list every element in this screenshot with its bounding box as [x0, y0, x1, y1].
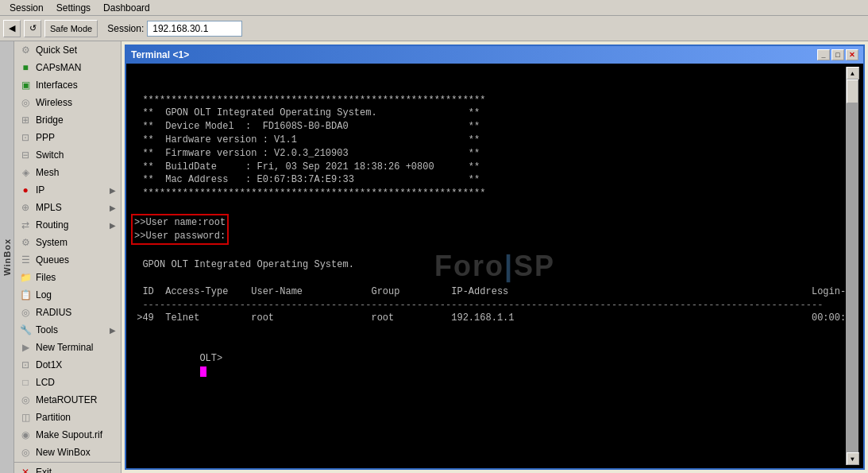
sidebar-item-partition[interactable]: ◫ Partition: [14, 409, 121, 426]
terminal-close-button[interactable]: ✕: [846, 49, 858, 60]
files-icon: 📁: [19, 271, 32, 284]
terminal-line-username: >>User name:root: [134, 216, 226, 230]
terminal-line-blank2: [131, 245, 846, 258]
sidebar-item-lcd[interactable]: □ LCD: [14, 374, 121, 391]
sidebar-label-new-winbox: New WinBox: [36, 447, 91, 458]
queues-icon: ☰: [19, 254, 32, 266]
sidebar-item-make-supout[interactable]: ◉ Make Supout.rif: [14, 426, 121, 444]
sidebar-item-files[interactable]: 📁 Files: [14, 269, 121, 286]
terminal-line-separator: ----------------------------------------…: [131, 299, 846, 312]
sidebar-item-routing[interactable]: ⇄ Routing ▶: [14, 216, 121, 234]
terminal-line-mac: ** Mac Address : E0:67:B3:7A:E9:33 **: [131, 173, 846, 187]
sidebar-item-new-terminal[interactable]: ▶ New Terminal: [14, 339, 121, 356]
sidebar-item-dot1x[interactable]: ⊡ Dot1X: [14, 356, 121, 374]
terminal-title-bar: Terminal <1> _ □ ✕: [126, 46, 863, 64]
sidebar-item-switch[interactable]: ⊟ Switch: [14, 146, 121, 164]
lcd-icon: □: [19, 376, 32, 389]
sidebar-label-queues: Queues: [36, 254, 69, 266]
terminal-line-header: ID Access-Type User-Name Group IP-Addres…: [131, 285, 846, 299]
session-label: Session:: [107, 23, 144, 34]
ip-arrow: ▶: [110, 186, 116, 195]
routing-arrow: ▶: [110, 221, 116, 230]
toolbar: ◀ ↺ Safe Mode Session: 192.168.30.1: [0, 16, 868, 41]
menu-settings[interactable]: Settings: [50, 1, 97, 15]
sidebar-item-interfaces[interactable]: ▣ Interfaces: [14, 76, 121, 94]
sidebar-item-metarouter[interactable]: ◎ MetaROUTER: [14, 391, 121, 409]
sidebar-item-ip[interactable]: ● IP ▶: [14, 181, 121, 199]
terminal-line-2: [131, 80, 846, 94]
sidebar-label-mesh: Mesh: [36, 167, 59, 178]
scrollbar-up-button[interactable]: ▲: [847, 67, 859, 79]
make-supout-icon: ◉: [19, 428, 32, 441]
menu-session[interactable]: Session: [3, 1, 50, 15]
dot1x-icon: ⊡: [19, 359, 32, 371]
back-button[interactable]: ◀: [3, 20, 21, 37]
user-input-box: >>User name:root >>User password:: [131, 214, 229, 246]
sidebar-label-make-supout: Make Supout.rif: [36, 429, 102, 440]
terminal-line-stars1: ****************************************…: [131, 94, 846, 107]
mpls-icon: ⊕: [19, 201, 32, 214]
sidebar-label-mpls: MPLS: [36, 202, 62, 213]
scrollbar-track[interactable]: [847, 79, 858, 452]
tools-icon: 🔧: [19, 324, 32, 336]
sidebar-item-new-winbox[interactable]: ◎ New WinBox: [14, 444, 121, 461]
mpls-arrow: ▶: [110, 204, 116, 212]
tools-arrow: ▶: [110, 326, 116, 335]
switch-icon: ⊟: [19, 149, 32, 161]
sidebar-item-quick-set[interactable]: ⚙ Quick Set: [14, 41, 121, 59]
sidebar-label-switch: Switch: [36, 149, 64, 161]
routing-icon: ⇄: [19, 219, 32, 231]
new-terminal-icon: ▶: [19, 341, 32, 354]
sidebar: ⚙ Quick Set ■ CAPsMAN ▣ Interfaces ◎ Wir…: [14, 41, 122, 473]
content-area: Terminal <1> _ □ ✕ Foro|SP *: [122, 41, 868, 473]
terminal-line-stars2: ****************************************…: [131, 187, 846, 200]
sidebar-item-capsman[interactable]: ■ CAPsMAN: [14, 59, 121, 76]
sidebar-item-log[interactable]: 📋 Log: [14, 286, 121, 304]
sidebar-item-exit[interactable]: ✕ Exit: [14, 463, 121, 473]
terminal-line-blank: [131, 200, 846, 214]
sidebar-item-queues[interactable]: ☰ Queues: [14, 251, 121, 269]
scrollbar-thumb[interactable]: [847, 79, 858, 103]
terminal-line-gpon: ** GPON OLT Integrated Operating System.…: [131, 107, 846, 120]
sidebar-item-bridge[interactable]: ⊞ Bridge: [14, 111, 121, 129]
terminal-line-password: >>User password:: [134, 230, 226, 243]
terminal-maximize-button[interactable]: □: [831, 49, 844, 60]
terminal-line-blank3: [131, 272, 846, 285]
sidebar-label-partition: Partition: [36, 412, 71, 423]
terminal-line-build: ** BuildDate : Fri, 03 Sep 2021 18:38:26…: [131, 161, 846, 174]
sidebar-item-system[interactable]: ⚙ System: [14, 234, 121, 251]
sidebar-item-radius[interactable]: ◎ RADIUS: [14, 304, 121, 321]
terminal-minimize-button[interactable]: _: [817, 49, 830, 60]
sidebar-item-tools[interactable]: 🔧 Tools ▶: [14, 321, 121, 339]
sidebar-label-capsman: CAPsMAN: [36, 62, 81, 73]
sidebar-item-wireless[interactable]: ◎ Wireless: [14, 94, 121, 111]
terminal-line-session: >49 Telnet root root 192.168.1.1 00:00:0…: [131, 312, 846, 325]
sidebar-label-lcd: LCD: [36, 377, 55, 388]
sidebar-wrapper: WinBox ⚙ Quick Set ■ CAPsMAN ▣ Interface…: [0, 41, 122, 473]
terminal-line-blank4: [131, 325, 846, 339]
bridge-icon: ⊞: [19, 114, 32, 126]
new-winbox-icon: ◎: [19, 446, 32, 459]
quick-set-icon: ⚙: [19, 44, 32, 56]
winbox-side: WinBox: [0, 41, 14, 473]
sidebar-item-ppp[interactable]: ⊡ PPP: [14, 129, 121, 146]
sidebar-label-system: System: [36, 237, 68, 248]
capsman-icon: ■: [19, 61, 32, 74]
wireless-icon: ◎: [19, 96, 32, 109]
safemode-button[interactable]: Safe Mode: [44, 20, 98, 37]
terminal-line-model: ** Device Model : FD1608S-B0-BDA0 **: [131, 120, 846, 134]
main-layout: WinBox ⚙ Quick Set ■ CAPsMAN ▣ Interface…: [0, 41, 868, 473]
sidebar-label-tools: Tools: [36, 324, 58, 335]
reconnect-button[interactable]: ↺: [24, 20, 41, 37]
sidebar-label-ip: IP: [36, 184, 44, 196]
partition-icon: ◫: [19, 411, 32, 424]
terminal-body[interactable]: Foro|SP ********************************…: [126, 64, 863, 468]
interfaces-icon: ▣: [19, 79, 32, 91]
terminal-line-1: [131, 67, 846, 80]
mesh-icon: ◈: [19, 166, 32, 179]
scrollbar-down-button[interactable]: ▼: [847, 452, 859, 465]
terminal-prompt: OLT>: [199, 353, 222, 364]
sidebar-item-mpls[interactable]: ⊕ MPLS ▶: [14, 199, 121, 216]
menu-dashboard[interactable]: Dashboard: [97, 1, 156, 15]
sidebar-item-mesh[interactable]: ◈ Mesh: [14, 164, 121, 181]
